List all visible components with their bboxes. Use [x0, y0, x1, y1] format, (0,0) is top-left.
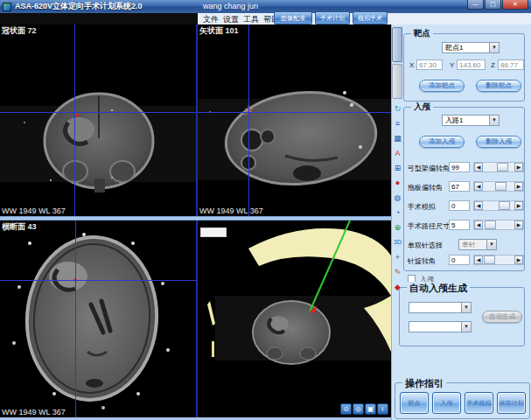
sagittal-crosshair-horizontal[interactable] — [198, 112, 391, 113]
target-icon[interactable]: ⊕ — [393, 220, 403, 235]
simulation-slider[interactable]: ◀ ▶ — [473, 200, 524, 211]
3d-scene — [198, 220, 391, 417]
3d-tool-icon-3[interactable]: ▣ — [365, 403, 376, 415]
globe-icon[interactable]: ◍ — [393, 191, 403, 206]
plate-angle-slider[interactable]: ◀ ▶ — [473, 181, 524, 192]
y-coordinate-field[interactable]: 143.60 — [457, 60, 486, 70]
slider-right-arrow-icon[interactable]: ▶ — [514, 182, 523, 191]
viewport-horizontal-divider — [0, 216, 391, 220]
panel-tab-1[interactable] — [392, 27, 402, 62]
slider-thumb[interactable] — [495, 182, 507, 191]
axial-crosshair-vertical[interactable] — [75, 220, 76, 417]
delete-entry-button[interactable]: 删除入颅 — [476, 136, 521, 148]
slider-left-arrow-icon[interactable]: ◀ — [474, 201, 483, 210]
toolbar-button-planning[interactable]: 手术计划 — [315, 11, 350, 24]
guide-save-button[interactable]: 保存计划 — [497, 392, 526, 414]
toolbar-button-simulation[interactable]: 模拟手术 — [353, 11, 388, 24]
toolbar-button-registration[interactable]: 图像配准 — [274, 11, 312, 24]
plate-angle-value[interactable]: 67 — [449, 181, 470, 192]
marker-icon[interactable]: ● — [393, 176, 403, 191]
chevron-down-icon[interactable]: ▼ — [489, 116, 499, 125]
coronal-crosshair-horizontal[interactable] — [0, 112, 196, 113]
needle-angle-slider[interactable]: ◀ ▶ — [473, 255, 524, 265]
3d-tool-icon-1[interactable]: ⊙ — [340, 403, 352, 415]
sagittal-crosshair-vertical[interactable] — [248, 24, 249, 216]
grid-icon[interactable]: ▦ — [393, 131, 403, 146]
chevron-down-icon[interactable]: ▼ — [461, 322, 471, 332]
rotate-icon[interactable]: ↻ — [393, 102, 403, 116]
axial-mri-image — [0, 220, 196, 417]
needle-select[interactable]: 单针 ▼ — [458, 239, 497, 250]
eye-icon[interactable]: ◔ — [393, 206, 403, 220]
list-icon[interactable]: ≡ — [393, 116, 403, 131]
z-label: Z — [491, 61, 495, 69]
app-window: ASA-620V立体定向手术计划系统2.0 wang chang jun — ▢… — [0, 0, 531, 420]
axial-crosshair-horizontal[interactable] — [0, 280, 196, 281]
guide-entry-button[interactable]: 入颅 — [432, 392, 461, 414]
chevron-down-icon[interactable]: ▼ — [461, 303, 471, 312]
title-bar: ASA-620V立体定向手术计划系统2.0 wang chang jun — ▢… — [0, 0, 531, 13]
x-coordinate-field[interactable]: 67.30 — [416, 60, 443, 70]
viewport-grid: 冠状面 72 WW 1949 WL 367 — [0, 24, 391, 417]
maximize-button[interactable]: ▢ — [485, 0, 501, 10]
auto-generate-button[interactable]: 自动生成 — [482, 311, 522, 323]
arc-angle-slider[interactable]: ◀ ▶ — [473, 162, 524, 172]
entry-path-select[interactable]: 入路1 ▼ — [442, 115, 500, 126]
viewport-sagittal[interactable]: 矢状面 101 WW 1949 WL 367 — [198, 24, 391, 216]
target-group-title: 靶点 — [411, 28, 433, 39]
annotate-icon[interactable]: A — [393, 146, 403, 161]
slider-left-arrow-icon[interactable]: ◀ — [474, 220, 483, 229]
slider-thumb[interactable] — [485, 220, 496, 229]
close-button[interactable]: ✕ — [502, 0, 528, 10]
chevron-down-icon[interactable]: ▼ — [486, 240, 496, 249]
path-size-value[interactable]: 5 — [449, 220, 470, 230]
coronal-label: 冠状面 72 — [2, 25, 37, 37]
axial-window-level: WW 1949 WL 367 — [2, 408, 66, 416]
needle-angle-value[interactable]: 0 — [449, 255, 470, 265]
pen-icon[interactable]: ✎ — [393, 265, 403, 280]
panel-tab-2[interactable] — [392, 64, 402, 99]
target-select[interactable]: 靶点1 ▼ — [442, 42, 500, 53]
guide-simulate-button[interactable]: 手术模拟 — [465, 392, 493, 414]
chevron-down-icon[interactable]: ▼ — [489, 43, 499, 52]
slider-thumb[interactable] — [484, 256, 495, 264]
arc-angle-label: 弓型架偏转角 — [408, 164, 450, 173]
add-target-button[interactable]: 添加靶点 — [419, 80, 465, 92]
auto-entry-select-2[interactable]: ▼ — [409, 321, 472, 332]
slider-left-arrow-icon[interactable]: ◀ — [474, 182, 483, 191]
entry-path-select-value: 入路1 — [445, 116, 463, 124]
slider-left-arrow-icon[interactable]: ◀ — [474, 163, 483, 172]
slider-thumb[interactable] — [499, 201, 510, 210]
arc-angle-value[interactable]: 99 — [449, 162, 470, 172]
crosshair-icon[interactable]: + — [393, 250, 403, 265]
slider-thumb[interactable] — [497, 163, 508, 172]
viewport-3d[interactable]: ⊙ ◎ ▣ i — [198, 220, 391, 417]
simulation-value[interactable]: 0 — [449, 200, 470, 211]
auto-entry-group-title: 自动入颅生成 — [407, 282, 470, 295]
slider-left-arrow-icon[interactable]: ◀ — [474, 256, 483, 264]
entry-group: 入颅 入路1 ▼ 添加入颅 删除入颅 弓型架偏转角 99 ◀ ▶ 拖板偏转角 6… — [403, 107, 525, 271]
slider-right-arrow-icon[interactable]: ▶ — [514, 163, 523, 172]
vertical-toolbar: ↻ ≡ ▦ A ⊞ ● ◍ ◔ ⊕ 3D + ✎ ◆ — [392, 102, 403, 295]
3d-tool-icon-2[interactable]: ◎ — [353, 403, 364, 415]
auto-entry-select-1[interactable]: ▼ — [409, 302, 472, 313]
3d-icon[interactable]: 3D — [393, 235, 403, 250]
layout-icon[interactable]: ⊞ — [393, 161, 403, 176]
delete-target-button[interactable]: 删除靶点 — [476, 80, 521, 92]
slider-right-arrow-icon[interactable]: ▶ — [514, 220, 523, 229]
slider-right-arrow-icon[interactable]: ▶ — [514, 256, 523, 264]
menu-bar-dark-area — [0, 13, 198, 24]
target-group: 靶点 靶点1 ▼ X 67.30 Y 143.60 Z 86.77 添加靶点 删… — [403, 33, 525, 102]
viewport-coronal[interactable]: 冠状面 72 WW 1949 WL 367 — [0, 24, 196, 216]
coronal-crosshair-vertical[interactable] — [74, 24, 75, 216]
3d-tool-icon-4[interactable]: i — [377, 403, 388, 415]
add-entry-button[interactable]: 添加入颅 — [419, 136, 465, 148]
guide-target-button[interactable]: 靶点 — [400, 392, 429, 414]
viewport-axial[interactable]: 横断面 43 WW 1949 WL 367 — [0, 220, 196, 417]
z-coordinate-field[interactable]: 86.77 — [498, 60, 524, 70]
minimize-button[interactable]: — — [467, 0, 484, 10]
path-size-slider[interactable]: ◀ ▶ — [473, 220, 524, 230]
slider-right-arrow-icon[interactable]: ▶ — [514, 201, 523, 210]
plate-angle-label: 拖板偏转角 — [408, 183, 443, 192]
viewport-vertical-divider — [196, 24, 198, 417]
